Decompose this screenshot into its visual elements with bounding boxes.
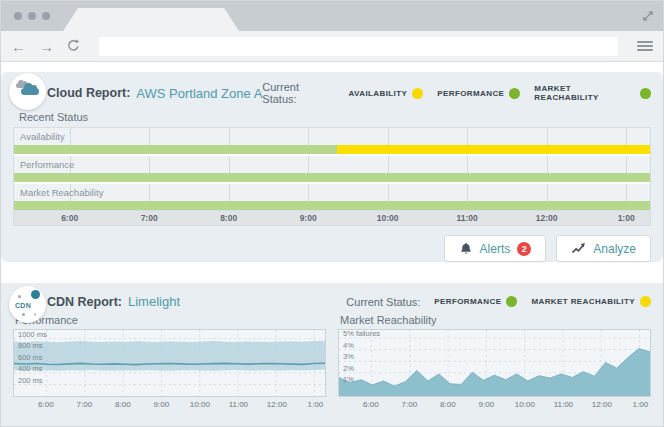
analyze-button[interactable]: Analyze [556,235,651,262]
x-axis-label: 8:00 [440,400,456,409]
timeline-tick-label: 7:00 [141,213,158,223]
browser-tab[interactable] [63,8,239,31]
x-axis-label: 7:00 [402,400,418,409]
x-axis-label: 1:00 [633,400,649,409]
back-button[interactable]: ← [11,39,26,54]
status-segment-ok [14,145,337,154]
timeline-tick-label: 11:00 [457,213,478,223]
timeline-row-availability: Availability [14,128,650,156]
x-axis-label: 7:00 [77,400,93,409]
large-cloud-shape [21,88,39,95]
y-axis-label: 4% [343,341,354,350]
window-control-dot[interactable] [14,12,22,20]
y-axis-label: 5% failures [343,329,380,338]
cdn-node-dot [31,290,40,299]
status-performance: PERFORMANCE [437,88,520,99]
y-axis-label: 400 ms [18,364,43,373]
timeline-tick-label: 9:00 [300,213,317,223]
trend-chart-icon [571,241,586,256]
timeline-row-market-reachability: Market Reachability [14,184,650,211]
cloud-report-header: Cloud Report: AWS Portland Zone A Curren… [1,72,663,110]
x-axis-label: 12:00 [267,400,287,409]
url-bar[interactable] [99,37,618,56]
market-reachability-chart-column: Market Reachability 5% failures4%3%2%1% … [338,314,651,410]
cloud-report-title-label: Cloud Report: [47,86,130,100]
performance-status-bar [14,173,650,182]
cdn-node-dot [22,313,25,316]
window-control-dot[interactable] [28,12,36,20]
alerts-button[interactable]: Alerts 2 [444,235,547,262]
dashboard-page: Cloud Report: AWS Portland Zone A Curren… [1,62,663,427]
y-axis-label: 3% [343,352,354,361]
y-axis-label: 200 ms [18,376,43,385]
performance-chart-title: Performance [15,314,326,326]
cloud-icon [9,73,46,110]
timeline-tick-label: 8:00 [220,213,237,223]
availability-status-dot [412,88,423,99]
x-axis-label: 11:00 [229,400,248,409]
performance-status-dot [506,296,517,307]
status-segment-ok [14,173,650,182]
cdn-node-dot [34,313,37,316]
cloud-report-panel: Cloud Report: AWS Portland Zone A Curren… [1,72,663,262]
performance-status-dot [509,88,520,99]
x-axis-label: 10:00 [515,400,535,409]
status-performance: PERFORMANCE [434,296,517,307]
forward-button[interactable]: → [39,39,54,54]
y-axis-label: 1000 ms [18,330,47,339]
y-axis-label: 600 ms [18,353,43,362]
market-reachability-chart-x-axis: 6:007:008:009:0010:0011:0012:001:00 [338,397,651,410]
current-status-label: Current Status: [346,296,420,308]
x-axis-label: 9:00 [479,400,495,409]
x-axis-label: 10:00 [190,400,210,409]
market-reachability-chart-title: Market Reachability [340,314,651,326]
timeline-tick-label: 10:00 [377,213,399,223]
performance-chart-x-axis: 6:007:008:009:0010:0011:0012:001:00 [13,397,326,410]
window-control-dot[interactable] [42,12,50,20]
performance-chart-column: Performance 1000 ms800 ms600 ms400 ms200… [13,314,326,410]
timeline-tick-label: 1:00 [618,213,635,223]
market-reachability-status-dot [640,88,651,99]
cloud-report-title-link[interactable]: AWS Portland Zone A [136,86,262,101]
alerts-badge: 2 [517,242,531,256]
x-axis-label: 6:00 [38,400,54,409]
timeline-tick-label: 12:00 [536,213,558,223]
cdn-report-title-label: CDN Report: [47,295,122,309]
refresh-button[interactable] [67,39,80,54]
market-reachability-chart: 5% failures4%3%2%1% [338,329,651,397]
availability-status-bar [14,145,650,154]
bell-icon [459,242,473,256]
performance-chart: 1000 ms800 ms600 ms400 ms200 ms [13,329,326,397]
menu-icon[interactable] [637,41,653,52]
status-segment-warning [337,145,650,154]
browser-titlebar [1,1,663,31]
status-availability: AVAILABILITY [349,88,424,99]
recent-status-timeline: Availability Performance Market Reachabi… [13,127,651,226]
cdn-report-panel: CDN CDN Report: Limelight Current Status… [1,283,663,427]
x-axis-label: 11:00 [554,400,573,409]
cdn-current-status: Current Status: PERFORMANCE MARKET REACH… [346,296,651,308]
cdn-charts-row: Performance 1000 ms800 ms600 ms400 ms200… [13,314,651,410]
current-status-label: Current Status: [262,81,334,105]
market-reachability-status-bar [14,201,650,210]
timeline-row-performance: Performance [14,156,650,184]
timeline-grid: Availability Performance Market Reachabi… [13,127,651,211]
status-segment-ok [14,201,650,210]
status-market-reachability: MARKET REACHABILITY [534,84,651,102]
cloud-report-actions: Alerts 2 Analyze [1,226,663,262]
timeline-axis: 6:007:008:009:0010:0011:0012:001:00 [13,211,651,226]
x-axis-label: 6:00 [363,400,379,409]
x-axis-label: 9:00 [154,400,170,409]
cdn-icon: CDN [9,286,46,323]
y-axis-label: 2% [343,364,354,373]
cdn-report-title-link[interactable]: Limelight [128,294,180,309]
expand-icon[interactable] [641,9,655,23]
x-axis-label: 12:00 [592,400,612,409]
cdn-report-header: CDN CDN Report: Limelight Current Status… [1,285,663,314]
browser-navbar: ← → [1,31,663,62]
x-axis-label: 1:00 [308,400,324,409]
timeline-tick-label: 6:00 [61,213,78,223]
y-axis-label: 1% [343,375,354,384]
market-reachability-status-dot [640,296,651,307]
cdn-node-dot [18,295,21,298]
